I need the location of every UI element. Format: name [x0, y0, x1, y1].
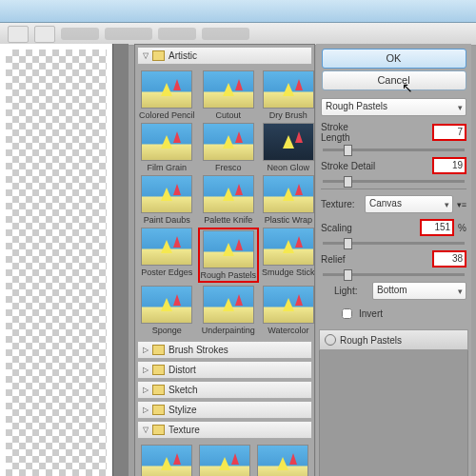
category-label: Distort [169, 365, 196, 375]
filter-watercolor[interactable]: Watercolor [262, 286, 315, 335]
stroke-detail-slider[interactable] [323, 180, 465, 183]
filter-fresco[interactable]: Fresco [198, 123, 260, 172]
expand-icon: ▽ [143, 51, 149, 60]
expand-icon: ▽ [143, 426, 149, 434]
category-label: Stylize [169, 405, 196, 415]
relief-input[interactable]: 38 [432, 250, 466, 268]
ok-button[interactable]: OK [322, 49, 466, 69]
toolbar-chip [158, 28, 196, 40]
toolbar-chip [105, 28, 152, 40]
cancel-button[interactable]: Cancel [322, 70, 466, 90]
filter-gallery: ▽ Artistic Colored Pencil Cutout Dry Bru… [134, 44, 315, 476]
category-texture[interactable]: ▽Texture [137, 421, 312, 439]
scaling-slider[interactable] [323, 242, 465, 245]
filter-smudge-stick[interactable]: Smudge Stick [262, 228, 315, 283]
relief-label: Relief [321, 254, 378, 265]
filter-rough-pastels[interactable]: Rough Pastels [198, 228, 260, 283]
canvas-area [0, 44, 129, 476]
category-label: Artistic [169, 50, 197, 61]
expand-icon: ▷ [143, 406, 149, 414]
filter-select[interactable]: Rough Pastels [321, 98, 466, 116]
stroke-detail-input[interactable]: 19 [432, 157, 466, 174]
invert-checkbox[interactable] [342, 308, 352, 319]
filter-poster-edges[interactable]: Poster Edges [139, 228, 195, 283]
eye-icon[interactable] [325, 334, 336, 346]
filter-palette-knife[interactable]: Palette Knife [198, 175, 260, 225]
filter-neon-glow[interactable]: Neon Glow [262, 123, 315, 172]
stroke-detail-label: Stroke Detail [321, 161, 378, 171]
effect-layers-body [319, 350, 468, 476]
invert-label: Invert [359, 308, 383, 319]
artistic-grid: Colored Pencil Cutout Dry Brush Film Gra… [135, 67, 314, 339]
tool-button[interactable] [8, 26, 29, 43]
document-window[interactable] [0, 44, 113, 476]
transparency-checker [6, 50, 107, 476]
filter-cutout[interactable]: Cutout [198, 70, 260, 120]
category-label: Texture [169, 425, 200, 435]
toolbar-chip [202, 28, 249, 40]
scaling-unit: % [458, 223, 466, 233]
filter-dry-brush[interactable]: Dry Brush [262, 70, 315, 120]
light-label: Light: [334, 286, 368, 296]
scaling-input[interactable]: 151 [420, 219, 454, 236]
texture-select[interactable]: Canvas [365, 195, 453, 213]
filter-underpainting[interactable]: Underpainting [198, 286, 260, 335]
separator [321, 188, 466, 189]
category-label: Sketch [169, 385, 198, 395]
tool-button[interactable] [34, 26, 55, 43]
stroke-length-label: Stroke Length [321, 122, 378, 143]
folder-icon [152, 405, 165, 415]
category-artistic[interactable]: ▽ Artistic [137, 47, 312, 65]
relief-slider[interactable] [323, 273, 465, 276]
scaling-label: Scaling [321, 223, 378, 233]
toolbar-chip [61, 28, 99, 40]
filter-colored-pencil[interactable]: Colored Pencil [139, 70, 195, 120]
category-label: Brush Strokes [169, 345, 228, 355]
window-titlebar [0, 0, 476, 23]
filter-sponge[interactable]: Sponge [139, 286, 195, 335]
filter-paint-daubs[interactable]: Paint Daubs [139, 175, 195, 225]
folder-icon [152, 365, 165, 375]
effect-layer-header[interactable]: Rough Pastels [319, 329, 468, 350]
filter-mosaic-tiles[interactable]: Mosaic Tiles [255, 445, 310, 476]
settings-panel: OK Cancel Rough Pastels Stroke Length 7 … [316, 44, 471, 476]
expand-icon: ▷ [143, 346, 149, 354]
category-distort[interactable]: ▷Distort [137, 361, 312, 379]
folder-icon [152, 425, 165, 435]
texture-label: Texture: [321, 199, 361, 209]
category-brush-strokes[interactable]: ▷Brush Strokes [137, 341, 312, 359]
expand-icon: ▷ [143, 366, 149, 374]
filter-craquelure[interactable]: Craquelure [139, 445, 194, 476]
folder-icon [152, 50, 165, 61]
category-sketch[interactable]: ▷Sketch [137, 381, 312, 399]
folder-icon [152, 345, 165, 355]
filter-film-grain[interactable]: Film Grain [139, 123, 195, 172]
filter-plastic-wrap[interactable]: Plastic Wrap [262, 175, 315, 225]
texture-grid: Craquelure Grain Mosaic Tiles Patchwork … [135, 441, 314, 476]
stroke-length-input[interactable]: 7 [432, 124, 466, 141]
stroke-length-slider[interactable] [323, 149, 465, 151]
app-toolbar [0, 23, 476, 46]
expand-icon: ▷ [143, 386, 149, 394]
folder-icon [152, 385, 165, 395]
category-stylize[interactable]: ▷Stylize [137, 401, 312, 419]
effect-layer-label: Rough Pastels [340, 335, 402, 346]
filter-grain[interactable]: Grain [197, 445, 252, 476]
light-select[interactable]: Bottom [372, 282, 466, 300]
texture-menu-icon[interactable]: ▾≡ [457, 200, 466, 209]
